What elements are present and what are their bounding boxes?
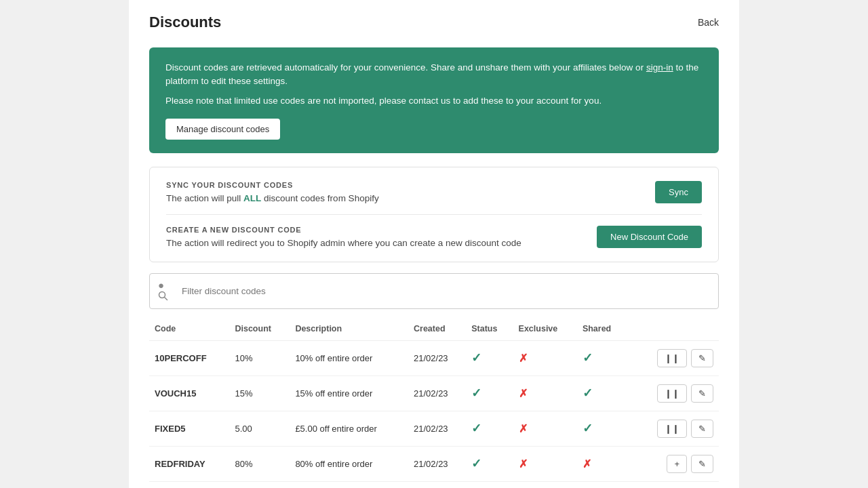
svg-line-1	[165, 297, 167, 300]
sync-content: SYNC YOUR DISCOUNT CODES The action will…	[166, 181, 379, 203]
check-icon: ✓	[583, 351, 593, 365]
check-icon: ✓	[471, 351, 481, 365]
cell-code: VOUCH15	[149, 375, 229, 411]
cell-status: ✓	[466, 375, 513, 411]
cell-code: FIXED5	[149, 411, 229, 446]
cell-exclusive: ✗	[513, 375, 577, 411]
create-description: The action will redirect you to Shopify …	[166, 238, 521, 248]
check-icon: ✓	[471, 422, 481, 435]
edit-button[interactable]: ✎	[691, 420, 713, 438]
pause-button[interactable]: ❙❙	[657, 349, 687, 367]
manage-discount-codes-button[interactable]: Manage discount codes	[165, 119, 280, 140]
cell-created: 21/02/23	[408, 411, 466, 446]
cell-created: 21/02/23	[408, 446, 466, 481]
new-discount-code-button[interactable]: New Discount Code	[597, 226, 702, 248]
search-bar: ●	[149, 273, 719, 309]
edit-button[interactable]: ✎	[691, 349, 713, 367]
cell-actions: + ✎	[628, 446, 719, 481]
cell-discount: 80%	[229, 446, 290, 481]
edit-button[interactable]: ✎	[691, 384, 713, 403]
add-button[interactable]: +	[667, 455, 687, 473]
col-description: Description	[290, 320, 408, 341]
col-exclusive: Exclusive	[513, 320, 577, 341]
cross-icon: ✗	[519, 352, 528, 364]
col-discount: Discount	[229, 320, 290, 341]
cell-actions: ❙❙ ✎	[628, 375, 719, 411]
table-row: VOUCH15 15% 15% off entire order 21/02/2…	[149, 375, 719, 411]
cross-icon: ✗	[583, 458, 591, 470]
create-label: CREATE A NEW DISCOUNT CODE	[166, 226, 521, 234]
cell-shared: ✓	[577, 411, 628, 446]
cross-icon: ✗	[519, 423, 528, 434]
banner-text1: Discount codes are retrieved automatical…	[165, 61, 703, 89]
table-header: Code Discount Description Created Status…	[149, 320, 719, 341]
col-code: Code	[149, 320, 229, 341]
cell-discount: 5.00	[229, 411, 290, 446]
search-icon: ●	[158, 279, 176, 303]
edit-button[interactable]: ✎	[691, 455, 713, 473]
cell-status: ✓	[466, 411, 513, 446]
cell-exclusive: ✗	[513, 446, 577, 481]
table-row: 10PERCOFF 10% 10% off entire order 21/02…	[149, 340, 719, 375]
cell-exclusive: ✗	[513, 411, 577, 446]
info-banner: Discount codes are retrieved automatical…	[149, 47, 719, 153]
col-actions	[628, 320, 719, 341]
sync-create-card: SYNC YOUR DISCOUNT CODES The action will…	[149, 167, 719, 262]
sync-description: The action will pull ALL discount codes …	[166, 193, 379, 203]
cell-shared: ✓	[577, 340, 628, 375]
back-link[interactable]: Back	[698, 17, 719, 28]
pause-button[interactable]: ❙❙	[657, 420, 687, 438]
sign-in-link[interactable]: sign-in	[646, 62, 673, 73]
page-header: Discounts Back	[149, 14, 719, 31]
cell-status: ✓	[466, 446, 513, 481]
cell-shared: ✓	[577, 375, 628, 411]
cell-shared: ✗	[577, 446, 628, 481]
cell-actions: ❙❙ ✎	[628, 411, 719, 446]
col-shared: Shared	[577, 320, 628, 341]
discounts-table: Code Discount Description Created Status…	[149, 320, 719, 482]
table-row: FIXED5 5.00 £5.00 off entire order 21/02…	[149, 411, 719, 446]
table-body: 10PERCOFF 10% 10% off entire order 21/02…	[149, 340, 719, 481]
check-icon: ✓	[583, 422, 593, 435]
sync-label: SYNC YOUR DISCOUNT CODES	[166, 181, 379, 189]
cell-discount: 15%	[229, 375, 290, 411]
cell-code: 10PERCOFF	[149, 340, 229, 375]
cell-exclusive: ✗	[513, 340, 577, 375]
cross-icon: ✗	[519, 388, 528, 399]
cross-icon: ✗	[519, 458, 528, 470]
cell-description: 15% off entire order	[290, 375, 408, 411]
check-icon: ✓	[471, 386, 481, 400]
create-content: CREATE A NEW DISCOUNT CODE The action wi…	[166, 226, 521, 248]
sync-desc-post: discount codes from Shopify	[261, 193, 378, 203]
cell-discount: 10%	[229, 340, 290, 375]
card-divider	[166, 214, 702, 215]
check-icon: ✓	[583, 386, 593, 400]
cell-description: £5.00 off entire order	[290, 411, 408, 446]
cell-description: 80% off entire order	[290, 446, 408, 481]
col-created: Created	[408, 320, 466, 341]
cell-created: 21/02/23	[408, 340, 466, 375]
sync-button[interactable]: Sync	[655, 181, 702, 203]
pause-button[interactable]: ❙❙	[657, 384, 687, 403]
sync-section: SYNC YOUR DISCOUNT CODES The action will…	[166, 181, 702, 203]
banner-text2: Please note that limited use codes are n…	[165, 94, 703, 108]
cell-description: 10% off entire order	[290, 340, 408, 375]
sync-desc-highlight: ALL	[243, 193, 261, 203]
check-icon: ✓	[471, 457, 481, 470]
create-section: CREATE A NEW DISCOUNT CODE The action wi…	[166, 226, 702, 248]
cell-actions: ❙❙ ✎	[628, 340, 719, 375]
col-status: Status	[466, 320, 513, 341]
cell-created: 21/02/23	[408, 375, 466, 411]
search-input[interactable]	[182, 286, 710, 296]
sync-desc-pre: The action will pull	[166, 193, 243, 203]
page-title: Discounts	[149, 14, 221, 31]
cell-code: REDFRIDAY	[149, 446, 229, 481]
table-row: REDFRIDAY 80% 80% off entire order 21/02…	[149, 446, 719, 481]
cell-status: ✓	[466, 340, 513, 375]
